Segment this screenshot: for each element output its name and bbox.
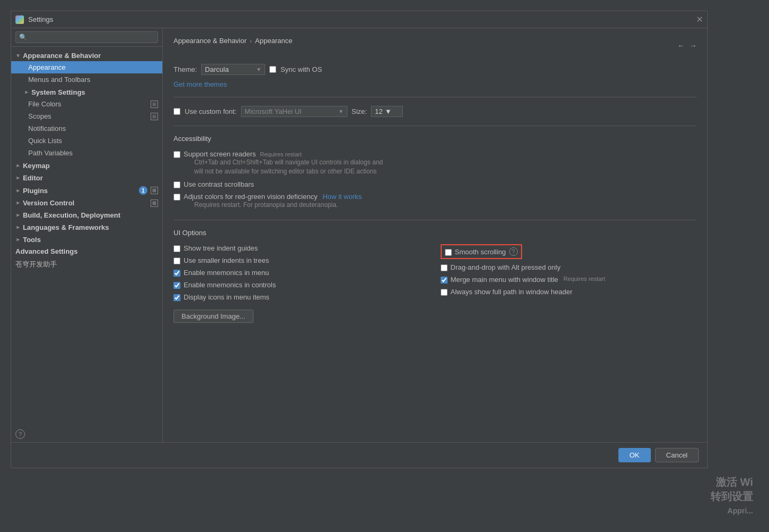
merge-main-menu-row: Merge main menu with window title Requir… [441, 276, 697, 284]
display-icons-row: Display icons in menu items [173, 293, 430, 301]
sidebar-item-notifications[interactable]: Notifications [11, 122, 162, 135]
adjust-colors-checkbox[interactable] [173, 194, 180, 201]
smooth-scrolling-row: Smooth scrolling ? [441, 244, 697, 259]
size-dropdown-arrow-icon: ▼ [385, 107, 392, 115]
support-screen-readers-desc: Ctrl+Tab and Ctrl+Shift+Tab will navigat… [194, 158, 383, 176]
search-input[interactable] [15, 31, 158, 43]
smaller-indents-checkbox[interactable] [173, 257, 180, 264]
group-label: Appearance & Behavior [23, 52, 101, 60]
plugins-badge: 1 [139, 186, 147, 195]
nav-forward-button[interactable]: → [690, 41, 697, 49]
smooth-scrolling-help-icon[interactable]: ? [509, 247, 518, 256]
version-control-icon: ⊞ [151, 200, 158, 207]
appearance-behavior-children: Appearance Menus and Toolbars ▼ System S… [11, 61, 162, 159]
get-more-themes-row: Get more themes [173, 80, 697, 88]
enable-mnemonics-menu-checkbox[interactable] [173, 270, 180, 277]
drag-drop-alt-checkbox[interactable] [441, 264, 448, 271]
nav-back-button[interactable]: ← [677, 41, 684, 49]
help-icon[interactable]: ? [15, 429, 25, 439]
font-value: Microsoft YaHei UI [245, 107, 302, 115]
support-screen-readers-row: Support screen readers Requires restart … [173, 150, 697, 176]
nav-arrows: ← → [677, 41, 697, 49]
accessibility-title: Accessibility [173, 135, 697, 145]
drag-drop-alt-row: Drag-and-drop with Alt pressed only [441, 263, 697, 271]
show-tree-indent-checkbox[interactable] [173, 245, 180, 252]
show-tree-indent-label: Show tree indent guides [184, 244, 258, 252]
sidebar-item-scopes[interactable]: Scopes ⊞ [11, 110, 162, 122]
size-dropdown[interactable]: 12 ▼ [371, 106, 403, 117]
cancel-button[interactable]: Cancel [655, 448, 699, 462]
dropdown-arrow-icon: ▼ [256, 66, 261, 72]
arrow-icon: ▼ [15, 163, 21, 169]
support-screen-readers-restart: Requires restart [260, 151, 301, 157]
ok-button[interactable]: OK [618, 448, 651, 462]
adjust-colors-row: Adjust colors for red-green vision defic… [173, 193, 697, 210]
custom-font-checkbox[interactable] [173, 108, 180, 115]
sidebar-item-build-execution[interactable]: ▼ Build, Execution, Deployment [11, 209, 162, 221]
how-it-works-link[interactable]: How it works [323, 193, 362, 201]
display-icons-checkbox[interactable] [173, 294, 180, 301]
adjust-colors-desc: Requires restart. For protanopia and deu… [194, 201, 362, 210]
custom-font-label: Use custom font: [185, 107, 237, 115]
theme-row: Theme: Darcula ▼ Sync with OS [173, 64, 697, 75]
sidebar-item-csdn-helper[interactable]: 苍穹开发助手 [11, 257, 162, 271]
breadcrumb-parent: Appearance & Behavior [173, 37, 246, 45]
show-tree-indent-row: Show tree indent guides [173, 244, 430, 252]
sidebar-item-advanced-settings[interactable]: Advanced Settings [11, 245, 162, 257]
support-screen-readers-label: Support screen readers [184, 150, 256, 158]
sidebar-item-menus-toolbars[interactable]: Menus and Toolbars [11, 73, 162, 86]
sidebar-item-path-variables[interactable]: Path Variables [11, 147, 162, 159]
ui-options-title: UI Options [173, 229, 697, 239]
close-button[interactable]: ✕ [696, 16, 703, 23]
drag-drop-alt-label: Drag-and-drop with Alt pressed only [451, 263, 561, 271]
sidebar-item-file-colors[interactable]: File Colors ⊞ [11, 98, 162, 110]
sidebar-item-appearance-behavior[interactable]: ▼ Appearance & Behavior [11, 49, 162, 61]
sidebar-item-keymap[interactable]: ▼ Keymap [11, 159, 162, 171]
nav-tree: ▼ Appearance & Behavior Appearance Menus… [11, 47, 162, 426]
sidebar-item-appearance[interactable]: Appearance [11, 61, 162, 73]
sync-os-checkbox[interactable] [269, 66, 276, 73]
font-row: Use custom font: Microsoft YaHei UI ▼ Si… [173, 106, 697, 117]
accessibility-section: Accessibility Support screen readers Req… [173, 135, 697, 209]
main-panel: Appearance & Behavior › Appearance ← → T… [163, 28, 707, 442]
file-colors-icon: ⊞ [151, 101, 158, 108]
bottom-help: ? [11, 426, 162, 442]
support-screen-readers-checkbox[interactable] [173, 151, 180, 158]
always-show-path-checkbox[interactable] [441, 289, 448, 296]
breadcrumb-separator: › [250, 37, 252, 45]
contrast-scrollbars-checkbox[interactable] [173, 181, 180, 188]
arrow-icon: ▼ [15, 176, 21, 181]
sidebar-item-editor[interactable]: ▼ Editor [11, 171, 162, 184]
footer-buttons: OK Cancel [11, 442, 707, 468]
merge-main-menu-checkbox[interactable] [441, 277, 448, 284]
smooth-scrolling-highlight: Smooth scrolling ? [441, 244, 522, 259]
font-dropdown[interactable]: Microsoft YaHei UI ▼ [241, 106, 348, 117]
settings-window: Settings ✕ ▼ Appearance & Behavior Appea… [11, 11, 708, 468]
enable-mnemonics-menu-label: Enable mnemonics in menu [184, 269, 269, 277]
enable-mnemonics-controls-checkbox[interactable] [173, 282, 180, 289]
sidebar-item-version-control[interactable]: ▼ Version Control ⊞ [11, 196, 162, 209]
sidebar-item-tools[interactable]: ▼ Tools [11, 233, 162, 245]
smooth-scrolling-label: Smooth scrolling [455, 248, 506, 256]
theme-dropdown[interactable]: Darcula ▼ [201, 64, 265, 75]
search-box [11, 28, 162, 47]
sidebar-item-languages-frameworks[interactable]: ▼ Languages & Frameworks [11, 221, 162, 233]
sidebar-item-quick-lists[interactable]: Quick Lists [11, 135, 162, 147]
app-icon [15, 15, 24, 24]
sidebar-item-system-settings[interactable]: ▼ System Settings [11, 86, 162, 98]
enable-mnemonics-controls-label: Enable mnemonics in controls [184, 281, 276, 289]
breadcrumb-current: Appearance [255, 37, 292, 45]
watermark: 激活 Wi转到设置Appri... [710, 475, 753, 516]
scopes-icon: ⊞ [151, 113, 158, 120]
smooth-scrolling-checkbox[interactable] [445, 249, 452, 256]
main-content: ▼ Appearance & Behavior Appearance Menus… [11, 28, 707, 442]
get-more-themes-link[interactable]: Get more themes [173, 80, 227, 88]
sync-os-label: Sync with OS [280, 65, 322, 73]
background-image-button[interactable]: Background Image... [173, 310, 253, 323]
size-value: 12 [375, 107, 382, 115]
title-bar: Settings ✕ [11, 11, 707, 28]
arrow-icon: ▼ [23, 90, 29, 95]
size-label: Size: [352, 107, 367, 115]
sidebar-item-plugins[interactable]: ▼ Plugins 1 ⊞ [11, 184, 162, 196]
theme-label: Theme: [173, 65, 197, 73]
